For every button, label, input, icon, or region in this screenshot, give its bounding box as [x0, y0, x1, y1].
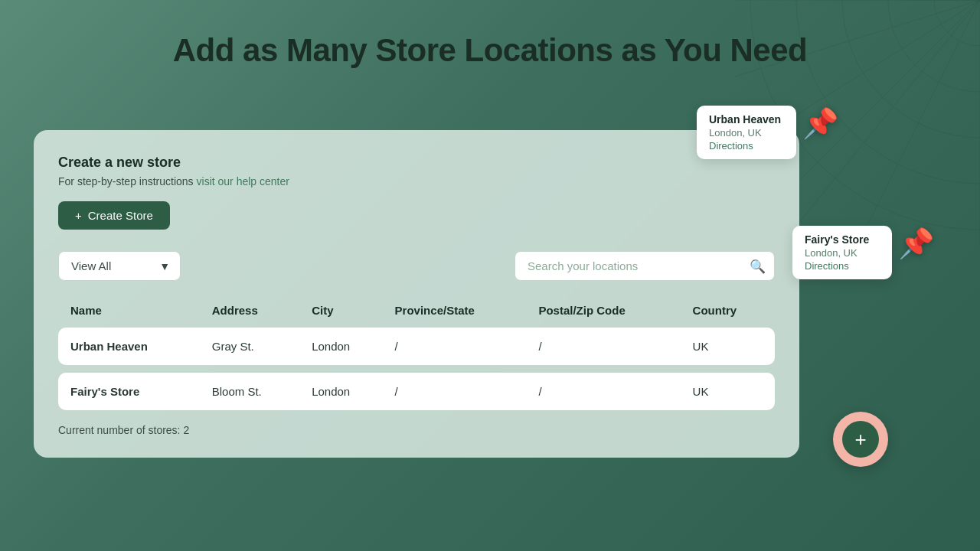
col-province: Province/State — [386, 298, 530, 328]
col-name: Name — [58, 298, 203, 328]
view-all-dropdown-wrapper: View All Active Inactive ▼ — [58, 251, 181, 281]
fairys-store-pin-icon: 📌 — [898, 229, 934, 258]
col-address: Address — [203, 298, 302, 328]
search-input[interactable] — [514, 251, 775, 281]
urban-heaven-tooltip-addr: London, UK — [709, 127, 784, 139]
table-cell-address: Bloom St. — [203, 373, 302, 410]
table-cell-province: / — [386, 328, 530, 365]
svg-line-2 — [858, 0, 980, 245]
table-row[interactable]: Fairy's StoreBloom St.London//UK — [58, 373, 775, 410]
urban-heaven-tooltip: Urban Heaven London, UK Directions — [697, 106, 796, 159]
fairys-store-directions-link[interactable]: Directions — [805, 260, 880, 272]
help-center-link[interactable]: visit our help center — [197, 175, 289, 187]
add-location-button[interactable]: + — [833, 412, 888, 467]
col-city: City — [302, 298, 385, 328]
create-store-section: Create a new store For step-by-step inst… — [58, 155, 775, 230]
urban-heaven-pin-icon: 📌 — [802, 109, 838, 138]
search-button[interactable]: 🔍 — [750, 258, 766, 274]
filter-search-row: View All Active Inactive ▼ 🔍 — [58, 251, 775, 281]
col-country: Country — [684, 298, 775, 328]
table-cell-country: UK — [684, 328, 775, 365]
pin-fairys-store: Fairy's Store London, UK Directions 📌 — [792, 226, 934, 279]
table-cell-postal: / — [529, 373, 683, 410]
fairys-store-tooltip-addr: London, UK — [805, 247, 880, 259]
plus-icon: + — [75, 209, 82, 222]
table-cell-name: Fairy's Store — [58, 373, 203, 410]
col-postal: Postal/Zip Code — [529, 298, 683, 328]
fairys-store-tooltip: Fairy's Store London, UK Directions — [792, 226, 892, 279]
urban-heaven-tooltip-name: Urban Heaven — [709, 113, 784, 126]
create-store-button[interactable]: + Create Store — [58, 201, 170, 230]
pin-urban-heaven: Urban Heaven London, UK Directions 📌 — [697, 106, 838, 159]
main-card: Create a new store For step-by-step inst… — [34, 130, 799, 458]
add-location-icon: + — [842, 421, 879, 458]
table-cell-province: / — [386, 373, 530, 410]
table-cell-city: London — [302, 373, 385, 410]
locations-table: Name Address City Province/State Postal/… — [58, 298, 775, 410]
table-cell-name: Urban Heaven — [58, 328, 203, 365]
urban-heaven-directions-link[interactable]: Directions — [709, 140, 784, 152]
search-input-wrapper: 🔍 — [514, 251, 775, 281]
create-store-heading: Create a new store — [58, 155, 775, 171]
fairys-store-tooltip-name: Fairy's Store — [805, 233, 880, 246]
store-count: Current number of stores: 2 — [58, 424, 775, 436]
table-row[interactable]: Urban HeavenGray St.London//UK — [58, 328, 775, 365]
search-icon: 🔍 — [750, 259, 766, 273]
table-cell-city: London — [302, 328, 385, 365]
create-store-description: For step-by-step instructions visit our … — [58, 175, 775, 187]
table-cell-postal: / — [529, 328, 683, 365]
table-cell-country: UK — [684, 373, 775, 410]
view-all-dropdown[interactable]: View All Active Inactive — [58, 251, 181, 281]
svg-line-5 — [735, 0, 980, 77]
table-header-row: Name Address City Province/State Postal/… — [58, 298, 775, 328]
table-cell-address: Gray St. — [203, 328, 302, 365]
